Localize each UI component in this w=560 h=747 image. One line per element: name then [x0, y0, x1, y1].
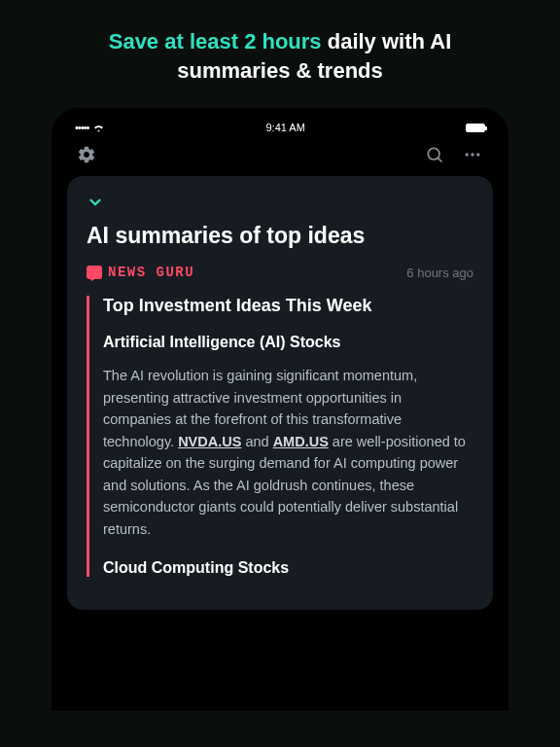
signal-dots-icon: ••••• — [75, 122, 88, 133]
status-right — [466, 124, 485, 132]
status-left: ••••• — [75, 122, 105, 133]
section-title-cloud: Cloud Computing Stocks — [103, 559, 473, 577]
section-title-ai: Artificial Intelligence (AI) Stocks — [103, 334, 473, 351]
body-text: and — [241, 434, 272, 449]
timestamp: 6 hours ago — [406, 266, 473, 280]
more-horizontal-icon — [462, 145, 483, 164]
ticker-link-amd[interactable]: AMD.US — [273, 434, 329, 449]
svg-point-3 — [471, 154, 473, 157]
svg-point-0 — [428, 149, 439, 160]
summary-card: AI summaries of top ideas NEWS GURU 6 ho… — [67, 176, 493, 610]
ticker-link-nvda[interactable]: NVDA.US — [178, 434, 241, 449]
source-row: NEWS GURU 6 hours ago — [87, 265, 473, 280]
svg-line-1 — [438, 159, 441, 162]
status-bar: ••••• 9:41 AM — [65, 118, 495, 139]
wifi-icon — [92, 124, 105, 132]
gear-icon — [77, 145, 96, 164]
svg-point-2 — [466, 154, 469, 157]
article-paragraph: The AI revolution is gaining significant… — [103, 365, 473, 540]
chevron-down-icon — [87, 194, 104, 211]
promo-header: Save at least 2 hours daily with AI summ… — [0, 0, 560, 108]
status-time: 9:41 AM — [265, 122, 304, 133]
source-logo-icon — [87, 266, 102, 279]
source-brand[interactable]: NEWS GURU — [87, 265, 194, 280]
source-name: NEWS GURU — [108, 265, 194, 280]
collapse-button[interactable] — [87, 197, 104, 214]
device-frame: ••••• 9:41 AM — [52, 108, 508, 711]
article-body: Top Investment Ideas This Week Artificia… — [87, 296, 473, 577]
search-icon — [425, 145, 444, 164]
article-headline: Top Investment Ideas This Week — [103, 296, 473, 316]
svg-point-4 — [476, 154, 479, 157]
settings-button[interactable] — [77, 145, 96, 164]
more-button[interactable] — [462, 145, 483, 164]
card-title: AI summaries of top ideas — [87, 223, 473, 249]
search-button[interactable] — [425, 145, 444, 164]
promo-highlight: Save at least 2 hours — [109, 29, 322, 53]
app-bar — [65, 139, 495, 176]
battery-icon — [466, 124, 485, 132]
